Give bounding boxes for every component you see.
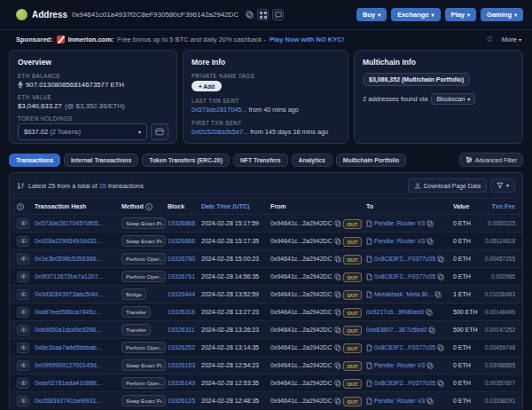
- copy-icon[interactable]: [334, 291, 341, 298]
- block-link[interactable]: 19326149: [168, 380, 195, 386]
- tx-hash-link[interactable]: 0x573de28170457df05...: [35, 220, 103, 226]
- address-avatar: [16, 9, 27, 20]
- tx-hash-link[interactable]: 0xb9650a1dcd9c9298...: [35, 327, 101, 333]
- last-txn-hash-link[interactable]: 0x573de2817045...: [192, 106, 247, 114]
- nav-button[interactable]: Gaming ▾: [481, 8, 523, 21]
- eye-button[interactable]: [17, 289, 29, 300]
- eye-button[interactable]: [17, 396, 29, 406]
- copy-icon[interactable]: [334, 220, 341, 227]
- copy-icon[interactable]: [426, 238, 434, 245]
- tab[interactable]: Transactions: [9, 154, 60, 167]
- to-address-link[interactable]: 0xe83807...3E7c5bd0: [366, 327, 426, 333]
- block-link[interactable]: 19326252: [168, 344, 195, 351]
- advanced-filter-button[interactable]: Advanced Filter: [459, 153, 523, 167]
- to-address-link[interactable]: 0x8C83F2...F0377c05: [374, 380, 435, 386]
- wallet-button[interactable]: [151, 123, 168, 140]
- comment-icon[interactable]: [272, 9, 284, 20]
- copy-icon[interactable]: [334, 398, 341, 405]
- copy-icon[interactable]: [434, 291, 442, 298]
- tab[interactable]: Multichain Portfolio: [336, 154, 406, 167]
- eye-button[interactable]: [17, 378, 29, 389]
- block-link[interactable]: 19326780: [168, 256, 195, 262]
- first-txn-hash-link[interactable]: 0xf2c5208a3b5e7...: [192, 128, 248, 136]
- sponsor-cta-link[interactable]: Play Now with NO KYC!: [270, 35, 344, 43]
- copy-icon[interactable]: [334, 309, 341, 316]
- to-address-link[interactable]: 0x8C83F2...F0377c05: [374, 256, 435, 262]
- eye-button[interactable]: [17, 307, 29, 318]
- filter-dropdown-button[interactable]: ▾: [490, 178, 515, 193]
- tab[interactable]: NFT Transfers: [233, 154, 288, 167]
- token-holdings-dropdown[interactable]: $637.02 (2 Tokens) ▾: [18, 123, 147, 140]
- nav-button[interactable]: Buy ▾: [356, 8, 387, 21]
- col-date-time[interactable]: Date Time (UTC): [201, 203, 270, 209]
- block-link[interactable]: 19326125: [168, 398, 195, 404]
- tab[interactable]: Token Transfers (ERC-20): [142, 154, 230, 167]
- tx-hash-link[interactable]: 0xee02781eda4108f8f...: [35, 380, 102, 386]
- copy-icon[interactable]: [334, 238, 341, 245]
- block-link[interactable]: 19326311: [168, 327, 195, 333]
- eye-button[interactable]: [17, 254, 29, 264]
- qr-code-icon[interactable]: [257, 9, 269, 20]
- copy-icon[interactable]: [426, 220, 434, 227]
- info-icon[interactable]: i: [145, 203, 153, 210]
- tab[interactable]: Analytics: [292, 154, 332, 167]
- tx-hash-link[interactable]: 0x9f3712672be7a1207...: [35, 273, 103, 280]
- block-link[interactable]: 19326868: [168, 220, 195, 226]
- eye-button[interactable]: [17, 218, 29, 229]
- to-address-link[interactable]: Pendle: Router V3: [374, 398, 425, 404]
- tx-hash-link[interactable]: 0xa97ee9580ca7845c...: [35, 309, 101, 315]
- to-address-link[interactable]: 0x8C83F2...F0377c05: [374, 344, 435, 351]
- tab[interactable]: Internal Transactions: [64, 154, 138, 167]
- nav-button[interactable]: Exchange ▾: [391, 8, 440, 21]
- block-link[interactable]: 19326761: [168, 273, 195, 280]
- multichain-portfolio-badge[interactable]: $3,086,352 (Multichain Portfolio): [363, 73, 470, 86]
- star-icon[interactable]: ☆: [486, 35, 494, 43]
- copy-icon[interactable]: [334, 327, 341, 334]
- txn-fee: 0.01036483: [485, 291, 515, 297]
- tx-hash-link[interactable]: 0xcf38392741be9f931...: [35, 398, 101, 404]
- block-link[interactable]: 19326866: [168, 238, 195, 244]
- to-address-link[interactable]: Pendle: Router V3: [374, 362, 425, 368]
- block-link[interactable]: 19326153: [168, 362, 195, 368]
- copy-icon[interactable]: [428, 327, 435, 334]
- col-txn-fee[interactable]: Txn Fee: [481, 203, 515, 209]
- tx-hash-link[interactable]: 0x09f0f99912700145d...: [35, 362, 102, 368]
- question-icon[interactable]: ?: [17, 203, 24, 210]
- sponsor-brand[interactable]: Inmerion.com:: [68, 35, 114, 43]
- copy-icon[interactable]: [426, 309, 433, 316]
- copy-icon[interactable]: [426, 362, 434, 369]
- to-address-link[interactable]: MetaMask: Meta Br...: [374, 291, 433, 297]
- tx-hash-link[interactable]: 0x928a22965492dd32...: [35, 238, 102, 244]
- copy-icon[interactable]: [437, 344, 444, 351]
- copy-icon[interactable]: [437, 380, 444, 387]
- copy-icon[interactable]: [334, 273, 341, 280]
- more-dropdown[interactable]: More ▾: [502, 35, 521, 43]
- copy-icon[interactable]: [334, 256, 341, 263]
- block-link[interactable]: 19326316: [168, 309, 195, 315]
- tx-hash-link[interactable]: 0x0d32843973abc5f4d...: [35, 291, 103, 297]
- copy-icon[interactable]: [334, 380, 341, 387]
- to-address-link[interactable]: 0x5217c6...9f080ed0: [366, 309, 424, 315]
- add-name-tag-button[interactable]: + Add: [192, 81, 222, 91]
- copy-icon[interactable]: [334, 344, 341, 351]
- eye-button[interactable]: [17, 360, 29, 371]
- to-address-link[interactable]: 0x8C83F2...F0377c05: [374, 273, 435, 280]
- copy-icon[interactable]: [437, 273, 444, 280]
- eye-button[interactable]: [17, 325, 29, 335]
- sort-icon[interactable]: [17, 182, 25, 190]
- to-address-link[interactable]: Pendle: Router V3: [374, 220, 425, 226]
- copy-icon[interactable]: [334, 362, 341, 369]
- tx-hash-link[interactable]: 0x1e3b0598c5356386...: [35, 256, 101, 262]
- copy-icon[interactable]: [246, 11, 254, 19]
- download-page-data-button[interactable]: Download Page Data: [408, 178, 487, 193]
- tx-hash-link[interactable]: 0x6e1baa7ade5bbbab...: [35, 344, 102, 351]
- nav-button[interactable]: Play ▾: [445, 8, 476, 21]
- eye-button[interactable]: [17, 236, 29, 247]
- eye-button[interactable]: [17, 343, 29, 353]
- to-address-link[interactable]: Pendle: Router V3: [374, 238, 425, 244]
- eye-button[interactable]: [17, 272, 29, 282]
- block-link[interactable]: 19326444: [168, 291, 195, 297]
- copy-icon[interactable]: [437, 256, 444, 263]
- copy-icon[interactable]: [426, 398, 434, 405]
- blockscan-dropdown[interactable]: Blockscan ▾: [431, 93, 475, 105]
